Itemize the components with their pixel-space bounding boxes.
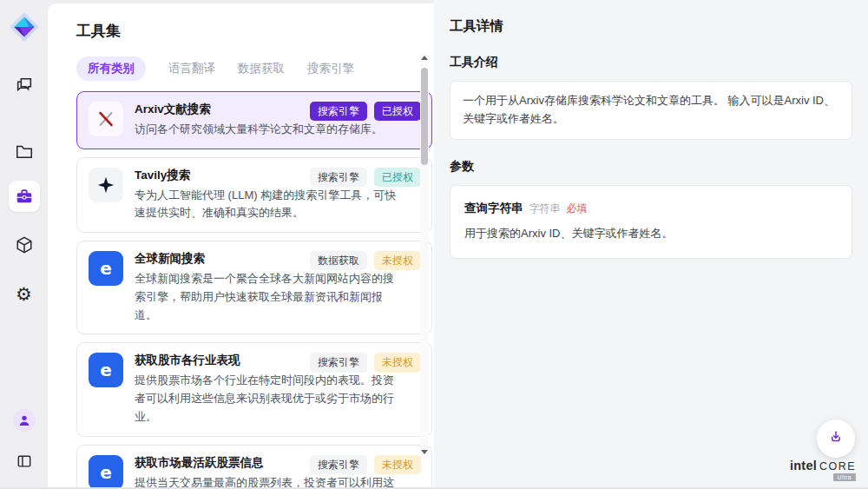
category-badge: 搜索引擎: [310, 102, 367, 121]
scrollbar[interactable]: [420, 54, 429, 456]
auth-status-badge: 已授权: [374, 102, 421, 121]
scroll-up-arrow[interactable]: [421, 56, 428, 60]
tool-title: 获取股市各行业表现: [135, 353, 303, 369]
app-logo[interactable]: [8, 10, 41, 43]
tool-detail-panel: 工具详情 工具介绍 一个用于从Arxiv存储库搜索科学论文和文章的工具。 输入可…: [434, 0, 868, 487]
sidebar-rail: ⚙: [0, 0, 48, 487]
tool-badges: 搜索引擎 已授权: [310, 168, 421, 187]
tools-list: Arxiv文献搜索 访问各个研究领域大量科学论文和文章的存储库。 搜索引擎 已授…: [76, 91, 432, 487]
star-icon: [89, 168, 123, 202]
folder-icon: [15, 142, 34, 161]
category-badge: 搜索引擎: [310, 353, 367, 372]
intro-heading: 工具介绍: [450, 55, 852, 70]
toolbox-icon: [15, 187, 34, 206]
scrollbar-thumb[interactable]: [421, 68, 428, 165]
category-tabs: 所有类别语言翻译数据获取搜索引擎: [76, 56, 434, 81]
param-description: 用于搜索的Arxiv ID、关键字或作者姓名。: [464, 225, 838, 242]
e-blue-icon: e: [89, 353, 123, 387]
brand-core-text: CORE: [819, 460, 856, 472]
intel-core-logo: intelCORE Ultra: [790, 459, 856, 481]
tool-badges: 搜索引擎 未授权: [310, 353, 421, 372]
tool-description: 全球新闻搜索是一个聚合全球各大新闻网站内容的搜索引擎，帮助用户快速获取全球最新资…: [135, 270, 397, 324]
tab-2[interactable]: 数据获取: [238, 56, 285, 81]
tool-card[interactable]: Tavily搜索 专为人工智能代理 (LLM) 构建的搜索引擎工具，可快速提供实…: [76, 157, 432, 233]
category-badge: 搜索引擎: [310, 455, 367, 474]
collapse-panel-icon: [16, 453, 33, 470]
param-type: 字符串: [529, 201, 561, 217]
sidebar-item-tools[interactable]: [9, 181, 40, 212]
param-name: 查询字符串: [464, 199, 523, 218]
tool-badges: 搜索引擎 未授权: [310, 455, 421, 474]
tool-title: Arxiv文献搜索: [135, 102, 303, 118]
sidebar-item-settings[interactable]: ⚙: [9, 278, 40, 309]
arxiv-icon: [89, 102, 123, 136]
tool-description: 提供当天交易量最高的股票列表，投资者可以利用这些信息来识别流动性强的股票和潜在的…: [135, 474, 397, 487]
chat-icon: [15, 76, 34, 95]
app-window: ⚙ 工具集 所有类别语言翻译数据获取搜索引擎: [0, 0, 868, 489]
tool-title: 全球新闻搜索: [135, 251, 303, 268]
auth-status-badge: 未授权: [374, 455, 421, 474]
e-blue-icon: e: [89, 455, 123, 487]
user-avatar[interactable]: [13, 409, 36, 432]
download-button[interactable]: [817, 420, 855, 458]
tools-list-panel: 工具集 所有类别语言翻译数据获取搜索引擎 Arxiv文献搜索 访问各个研究领域大…: [48, 3, 434, 487]
tool-card[interactable]: Arxiv文献搜索 访问各个研究领域大量科学论文和文章的存储库。 搜索引擎 已授…: [76, 91, 432, 149]
tab-0[interactable]: 所有类别: [76, 56, 146, 81]
tool-description: 提供股票市场各个行业在特定时间段内的表现。投资者可以利用这些信息来识别表现优于或…: [135, 372, 397, 426]
tool-badges: 搜索引擎 已授权: [310, 102, 421, 121]
category-badge: 搜索引擎: [310, 168, 367, 187]
tool-card[interactable]: e 获取市场最活跃股票信息 提供当天交易量最高的股票列表，投资者可以利用这些信息…: [76, 445, 432, 487]
params-heading: 参数: [450, 159, 852, 175]
tool-badges: 数据获取 未授权: [310, 251, 421, 270]
sidebar-item-chat[interactable]: [9, 69, 40, 101]
download-icon: [827, 428, 845, 449]
tool-title: Tavily搜索: [135, 168, 303, 184]
scroll-down-arrow[interactable]: [421, 450, 428, 454]
tab-3[interactable]: 搜索引擎: [307, 56, 354, 81]
param-required-flag: 必填: [567, 201, 588, 217]
tool-description: 专为人工智能代理 (LLM) 构建的搜索引擎工具，可快速提供实时、准确和真实的结…: [135, 187, 397, 223]
auth-status-badge: 未授权: [374, 353, 421, 372]
tool-description: 访问各个研究领域大量科学论文和文章的存储库。: [135, 121, 397, 139]
cube-icon: [15, 235, 34, 254]
brand-intel-text: intel: [790, 459, 817, 472]
collapse-sidebar-button[interactable]: [9, 446, 40, 477]
brand-ultra-badge: Ultra: [833, 473, 856, 481]
intro-text-box: 一个用于从Arxiv存储库搜索科学论文和文章的工具。 输入可以是Arxiv ID…: [450, 81, 852, 140]
tool-card[interactable]: e 获取股市各行业表现 提供股票市场各个行业在特定时间段内的表现。投资者可以利用…: [76, 342, 432, 436]
page-title: 工具集: [76, 21, 434, 41]
tool-title: 获取市场最活跃股票信息: [135, 455, 303, 472]
auth-status-badge: 已授权: [374, 168, 421, 187]
tool-card[interactable]: e 全球新闻搜索 全球新闻搜索是一个聚合全球各大新闻网站内容的搜索引擎，帮助用户…: [76, 241, 432, 334]
e-blue-icon: e: [89, 251, 123, 286]
parameter-card: 查询字符串 字符串 必填 用于搜索的Arxiv ID、关键字或作者姓名。: [450, 185, 852, 259]
category-badge: 数据获取: [310, 251, 367, 270]
sidebar-item-files[interactable]: [9, 135, 40, 167]
sidebar-item-plugins[interactable]: [9, 229, 40, 261]
auth-status-badge: 未授权: [374, 251, 421, 270]
detail-title: 工具详情: [450, 17, 852, 36]
tab-1[interactable]: 语言翻译: [168, 56, 215, 81]
gear-icon: ⚙: [16, 285, 32, 303]
